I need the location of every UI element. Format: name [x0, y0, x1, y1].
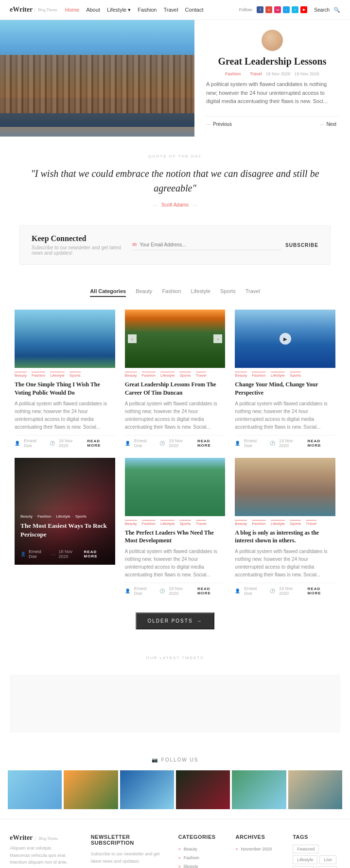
instagram-nav-icon[interactable]: in [274, 6, 281, 13]
nav-fashion[interactable]: Fashion [138, 7, 157, 13]
tag-travel-5[interactable]: Travel [196, 520, 207, 526]
blog-author-1: Ernest Doe [24, 438, 46, 448]
tag-beauty-5[interactable]: Beauty [125, 520, 137, 526]
hero-excerpt: A political system with flawed candidate… [206, 80, 338, 106]
vimeo-icon[interactable]: v [292, 6, 298, 13]
google-icon[interactable]: G [265, 6, 272, 13]
insta-img-6[interactable] [288, 770, 342, 809]
footer-archive-nov2020[interactable]: November 2020 [235, 845, 283, 853]
insta-img-3[interactable] [120, 770, 174, 809]
hero-cat1[interactable]: Fashion [225, 71, 241, 76]
hero-prev-button[interactable]: Previous [206, 122, 232, 127]
footer-tag-sports[interactable]: Sports [293, 866, 314, 868]
footer-tag-live[interactable]: Live [319, 855, 336, 864]
tag-fashion-2[interactable]: Fashion [142, 372, 156, 378]
blog-title-2[interactable]: Great Leadership Lessons From The Career… [125, 381, 226, 397]
insta-img-5[interactable] [232, 770, 286, 809]
filter-lifestyle[interactable]: Lifestyle [191, 286, 210, 297]
nav-about[interactable]: About [86, 7, 100, 13]
tag-fashion-1[interactable]: Fashion [32, 372, 45, 378]
newsletter-email-input[interactable] [140, 242, 281, 247]
tag-sports-3[interactable]: Sports [290, 372, 301, 378]
tag-lifestyle-3[interactable]: Lifestyle [271, 372, 285, 378]
tag-fashion-6[interactable]: Fashion [252, 520, 265, 526]
read-more-2[interactable]: READ MORE [197, 439, 225, 448]
filter-travel[interactable]: Travel [245, 286, 260, 297]
instagram-section: 📷 FOLLOW US [0, 747, 350, 819]
search-button[interactable]: Search [314, 7, 330, 13]
read-more-5[interactable]: READ MORE [197, 587, 225, 595]
tag-beauty-2[interactable]: Beauty [125, 372, 137, 378]
blog-tags-3: Beauty · Fashion · Lifestyle · Sports [235, 372, 335, 378]
tag-sports-2[interactable]: Sports [179, 372, 191, 378]
footer-archives: ARCHIVES November 2020 [235, 834, 283, 868]
blog-title-1[interactable]: The One Simple Thing I Wish The Voting P… [15, 381, 115, 397]
tag-sports-4[interactable]: Sports [75, 514, 87, 519]
nav-logo[interactable]: eWriter Blog Theme [10, 6, 57, 14]
nav-travel[interactable]: Travel [163, 7, 178, 13]
tag-beauty-4[interactable]: Beauty [20, 514, 33, 519]
tag-beauty-3[interactable]: Beauty [235, 372, 247, 378]
tag-lifestyle-6[interactable]: Lifestyle [271, 520, 285, 526]
read-more-1[interactable]: READ MORE [87, 439, 115, 448]
navigation: eWriter Blog Theme Home About Lifestyle … [0, 0, 350, 20]
older-posts-button[interactable]: OLDER POSTS → [136, 612, 214, 629]
tag-sports-6[interactable]: Sports [290, 520, 301, 526]
author-icon-4: 👤 [20, 552, 26, 556]
nav-lifestyle[interactable]: Lifestyle ▾ [107, 7, 131, 13]
footer-cat-fashion[interactable]: Fashion [178, 853, 226, 862]
clock-icon-3: 🕐 [270, 441, 275, 446]
tag-lifestyle-2[interactable]: Lifestyle [160, 372, 175, 378]
tag-fashion-5[interactable]: Fashion [142, 520, 156, 526]
subscribe-button[interactable]: SUBSCRIBE [285, 243, 318, 248]
clock-icon-5: 🕐 [159, 589, 165, 593]
footer-tag-lifestyle[interactable]: Lifestyle [293, 855, 317, 864]
footer-tag-featured[interactable]: Featured [293, 845, 319, 853]
hero-date-val: 19 Nov 2020 [295, 71, 319, 76]
filter-beauty[interactable]: Beauty [136, 286, 152, 297]
tag-fashion-4[interactable]: Fashion [37, 514, 51, 519]
insta-img-4[interactable] [176, 770, 230, 809]
youtube-icon[interactable]: ▶ [300, 6, 307, 13]
search-icon[interactable]: 🔍 [333, 7, 340, 13]
tag-lifestyle-1[interactable]: Lifestyle [50, 372, 64, 378]
footer-cat-beauty[interactable]: Beauty [178, 845, 226, 853]
tag-lifestyle-4[interactable]: Lifestyle [56, 514, 70, 519]
filter-fashion[interactable]: Fashion [162, 286, 181, 297]
blog-title-3[interactable]: Change Your Mind, Change Your Perspectiv… [235, 381, 335, 397]
filter-all[interactable]: All Categories [90, 286, 126, 297]
tag-sports-5[interactable]: Sports [179, 520, 191, 526]
nav-links: Home About Lifestyle ▾ Fashion Travel Co… [65, 7, 239, 13]
blog-author-4: Ernest Doe [29, 549, 49, 559]
tag-travel-2[interactable]: Travel [196, 372, 207, 378]
facebook-icon[interactable]: f [257, 6, 263, 13]
blog-title-5[interactable]: The Perfect Leaders Who Need The Most De… [125, 529, 226, 545]
blog-title-6[interactable]: A blog is only as interesting as the int… [235, 529, 335, 545]
insta-img-1[interactable] [8, 770, 62, 809]
footer-brand: eWriter Blog Theme Aliquam erat volutpat… [10, 834, 81, 868]
video-play-3[interactable]: ▶ [280, 333, 291, 345]
tag-fashion-3[interactable]: Fashion [252, 372, 265, 378]
tag-sports-1[interactable]: Sports [70, 372, 81, 378]
author-icon-5: 👤 [125, 589, 130, 593]
read-more-3[interactable]: READ MORE [308, 439, 335, 448]
tag-beauty-6[interactable]: Beauty [235, 520, 247, 526]
footer-tag-travel[interactable]: Travel [316, 866, 337, 868]
read-more-4[interactable]: READ MORE [84, 550, 109, 558]
filter-sports[interactable]: Sports [220, 286, 236, 297]
nav-contact[interactable]: Contact [185, 7, 204, 13]
insta-img-2[interactable] [64, 770, 118, 809]
slider-next-2[interactable]: › [213, 334, 222, 343]
footer-cat-lifestyle[interactable]: lifestyle [178, 862, 226, 868]
nav-home[interactable]: Home [65, 7, 79, 13]
tag-beauty-1[interactable]: Beauty [15, 372, 27, 378]
hero-cat2[interactable]: Travel [250, 71, 262, 76]
slider-prev-2[interactable]: ‹ [128, 334, 137, 343]
footer-tags-grid: Featured Lifestyle Live Sports Travel [293, 845, 340, 868]
hero-next-button[interactable]: Next [319, 122, 338, 127]
tag-travel-6[interactable]: Travel [306, 520, 316, 526]
read-more-6[interactable]: READ MORE [308, 587, 335, 595]
blog-title-4[interactable]: The Most Easiest Ways To Rock Periscope [20, 521, 109, 539]
tag-lifestyle-5[interactable]: Lifestyle [160, 520, 175, 526]
twitter-icon[interactable]: t [283, 6, 290, 13]
